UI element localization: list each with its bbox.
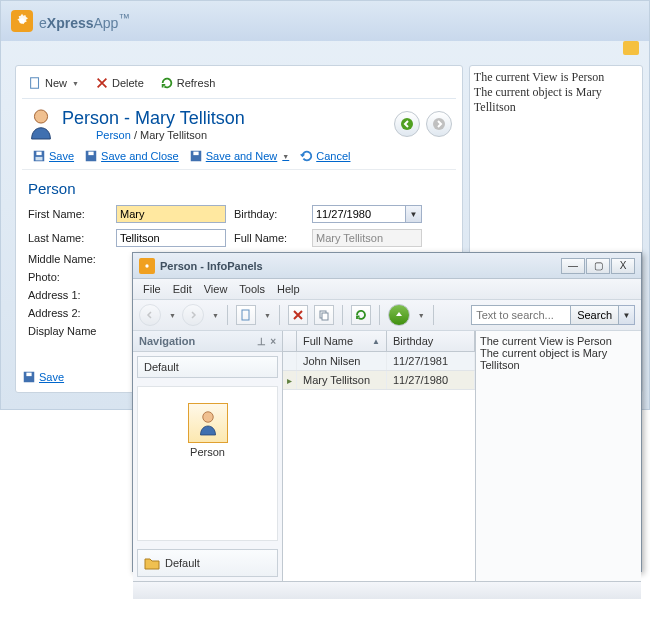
pin-icon[interactable]: ⊥ (257, 336, 266, 347)
x-icon (292, 309, 304, 321)
nav-person-item[interactable] (188, 403, 228, 443)
search-input[interactable] (471, 305, 571, 325)
maximize-button[interactable]: ▢ (586, 258, 610, 274)
nav-header: Navigation ⊥ × (133, 331, 282, 352)
birthday-label: Birthday: (234, 208, 304, 220)
main-toolbar: New ▼ Delete Refresh (22, 72, 456, 99)
refresh-button[interactable]: Refresh (154, 74, 222, 92)
disk-icon (22, 370, 36, 384)
section-title: Person (22, 170, 456, 205)
menu-file[interactable]: File (143, 283, 161, 295)
nav-close-icon[interactable]: × (270, 336, 276, 347)
arrow-right-icon (432, 117, 446, 131)
sub-window-title: Person - InfoPanels (160, 260, 263, 272)
forward-button[interactable] (426, 111, 452, 137)
undo-icon (299, 149, 313, 163)
display-name-label: Display Name (28, 325, 108, 337)
sub-window: Person - InfoPanels — ▢ X File Edit View… (132, 252, 642, 572)
menu-help[interactable]: Help (277, 283, 300, 295)
svg-point-18 (202, 412, 213, 423)
back-button[interactable] (394, 111, 420, 137)
row-indicator (283, 352, 297, 370)
birthday-dropdown[interactable]: ▼ (406, 205, 422, 223)
menu-tools[interactable]: Tools (239, 283, 265, 295)
svg-point-4 (433, 118, 445, 130)
svg-rect-9 (88, 152, 93, 156)
grid-header: Full Name▲ Birthday (283, 331, 475, 352)
menu-edit[interactable]: Edit (173, 283, 192, 295)
table-row[interactable]: ▸Mary Tellitson11/27/1980 (283, 371, 475, 390)
copy-icon (318, 309, 330, 321)
middle-name-label: Middle Name: (28, 253, 108, 265)
breadcrumb-link[interactable]: Person (96, 129, 131, 141)
save-close-link[interactable]: Save and Close (84, 149, 179, 163)
key-icon[interactable] (623, 41, 639, 55)
grid-indicator-col (283, 331, 297, 351)
table-row[interactable]: John Nilsen11/27/1981 (283, 352, 475, 371)
nav-back-button[interactable] (139, 304, 161, 326)
nav-person-label: Person (190, 446, 225, 458)
brand-logo-icon (11, 10, 33, 32)
address2-label: Address 2: (28, 307, 108, 319)
info-line2: The current object is Mary Tellitson (474, 85, 638, 115)
bottom-save-link[interactable]: Save (22, 362, 64, 384)
refresh-icon (160, 76, 174, 90)
nav-default-button[interactable]: Default (137, 356, 278, 378)
document-icon (240, 309, 252, 321)
search-button[interactable]: Search (571, 305, 619, 325)
nav-footer-button[interactable]: Default (137, 549, 278, 577)
svg-rect-17 (322, 313, 328, 320)
last-name-label: Last Name: (28, 232, 108, 244)
menu-view[interactable]: View (204, 283, 228, 295)
action-bar: Save Save and Close Save and New ▼ Cance… (22, 143, 456, 170)
row-indicator: ▸ (283, 371, 297, 389)
photo-label: Photo: (28, 271, 108, 283)
refresh-tb-button[interactable] (351, 305, 371, 325)
delete-tb-button[interactable] (288, 305, 308, 325)
sub-info-line2: The current object is Mary Tellitson (480, 347, 637, 371)
person-icon (196, 409, 220, 437)
first-name-label: First Name: (28, 208, 108, 220)
close-button[interactable]: X (611, 258, 635, 274)
nav-forward-button[interactable] (182, 304, 204, 326)
save-link[interactable]: Save (32, 149, 74, 163)
col-birthday[interactable]: Birthday (387, 331, 475, 351)
cell-fullname: Mary Tellitson (297, 371, 387, 389)
last-name-field[interactable] (116, 229, 226, 247)
first-name-field[interactable] (116, 205, 226, 223)
sub-toolbar: ▼ ▼ ▼ ▼ Search ▼ (133, 300, 641, 331)
address1-label: Address 1: (28, 289, 108, 301)
sub-title-bar: Person - InfoPanels — ▢ X (133, 253, 641, 279)
nav-items: Person (137, 386, 278, 541)
birthday-field[interactable] (312, 205, 406, 223)
brand-title: eXpressApp™ (39, 11, 130, 31)
delete-button[interactable]: Delete (89, 74, 150, 92)
svg-point-14 (145, 264, 148, 267)
breadcrumb: Person / Mary Tellitson (96, 129, 245, 141)
breadcrumb-current: Mary Tellitson (140, 129, 207, 141)
x-icon (95, 76, 109, 90)
up-button[interactable] (388, 304, 410, 326)
person-icon (26, 107, 56, 141)
col-fullname[interactable]: Full Name▲ (297, 331, 387, 351)
new-doc-button[interactable] (236, 305, 256, 325)
sub-info-panel: The current View is Person The current o… (476, 331, 641, 581)
search-dropdown[interactable]: ▼ (619, 305, 635, 325)
save-new-link[interactable]: Save and New ▼ (189, 149, 289, 163)
svg-rect-1 (31, 78, 39, 89)
cell-birthday: 11/27/1981 (387, 352, 475, 370)
new-button[interactable]: New ▼ (22, 74, 85, 92)
status-bar (133, 581, 641, 599)
copy-button[interactable] (314, 305, 334, 325)
sub-logo-icon (139, 258, 155, 274)
arrow-right-icon (188, 310, 198, 320)
page-title: Person - Mary Tellitson (62, 108, 245, 129)
badge-row (1, 41, 649, 59)
svg-rect-11 (193, 152, 198, 156)
cancel-link[interactable]: Cancel (299, 149, 350, 163)
minimize-button[interactable]: — (561, 258, 585, 274)
full-name-label: Full Name: (234, 232, 304, 244)
arrow-left-icon (145, 310, 155, 320)
grid-panel: Full Name▲ Birthday John Nilsen11/27/198… (283, 331, 476, 581)
arrow-left-icon (400, 117, 414, 131)
